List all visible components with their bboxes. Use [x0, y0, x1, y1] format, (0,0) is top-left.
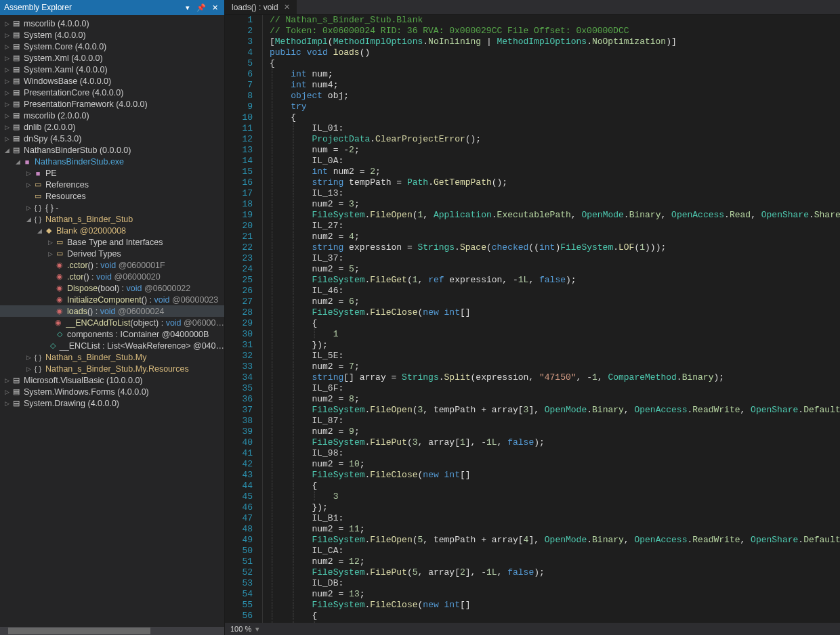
- tab-loads[interactable]: loads() : void ✕: [225, 0, 297, 14]
- assembly-icon: ▤: [11, 111, 22, 121]
- tree-item-label: dnlib (2.0.0.0): [24, 123, 75, 132]
- tree-item-label: __ENCAddToList(object) : void @06000…: [66, 318, 224, 328]
- class-icon: ◆: [43, 226, 54, 236]
- expand-arrow-icon[interactable]: ▷: [24, 181, 33, 188]
- ns-icon: { }: [33, 203, 43, 213]
- tree-item[interactable]: ▷▤Microsoft.VisualBasic (10.0.0.0): [0, 374, 224, 386]
- tree-item[interactable]: ▷▤mscorlib (2.0.0.0): [0, 110, 224, 121]
- expand-arrow-icon[interactable]: ▷: [46, 239, 54, 246]
- pin-icon[interactable]: 📌: [196, 2, 207, 13]
- assembly-icon: ▤: [11, 42, 22, 51]
- tree-item[interactable]: ▷▤System.Xml (4.0.0.0): [0, 52, 224, 64]
- assembly-icon: ▤: [11, 76, 22, 86]
- tree-item[interactable]: ◉Dispose(bool) : void @06000022: [0, 282, 224, 294]
- panel-title: Assembly Explorer: [4, 3, 180, 12]
- tree-item[interactable]: ▷▤dnlib (2.0.0.0): [0, 121, 224, 133]
- tree-item[interactable]: ◢{ }Nathan_s_Binder_Stub: [0, 213, 224, 225]
- assembly-icon: ▤: [11, 88, 22, 97]
- tree-item[interactable]: ▷{ }Nathan_s_Binder_Stub.My: [0, 351, 224, 363]
- tree-item-label: mscorlib (4.0.0.0): [24, 19, 89, 28]
- tree-item[interactable]: ▷■PE: [0, 167, 224, 179]
- tree-item[interactable]: ▷▭Base Type and Interfaces: [0, 236, 224, 248]
- tree-item-label: components : IContainer @0400000B: [67, 330, 209, 339]
- ns-icon: { }: [33, 364, 43, 374]
- ns-icon: { }: [33, 215, 43, 224]
- tree-item[interactable]: ▷▤mscorlib (4.0.0.0): [0, 18, 224, 29]
- method-icon: ◉: [54, 318, 64, 328]
- tree-item[interactable]: ◉loads() : void @06000024: [0, 305, 224, 317]
- tree-item[interactable]: ▭Resources: [0, 190, 224, 202]
- method-icon: ◉: [54, 295, 65, 305]
- tree-item[interactable]: ▷▤System.Core (4.0.0.0): [0, 41, 224, 52]
- assembly-icon: ▤: [11, 376, 22, 385]
- status-bar: 100 % ▾: [225, 623, 840, 635]
- scrollbar-horizontal[interactable]: [0, 627, 224, 635]
- close-icon[interactable]: ✕: [209, 2, 220, 13]
- field-icon: ◇: [54, 330, 65, 339]
- tree-item[interactable]: ▷▤System.Xaml (4.0.0.0): [0, 64, 224, 75]
- dropdown-icon[interactable]: ▾: [255, 625, 259, 634]
- expand-arrow-icon[interactable]: ◢: [24, 216, 33, 223]
- scrollbar-thumb[interactable]: [8, 628, 150, 634]
- tree-item[interactable]: ◢▤NathansBinderStub (0.0.0.0): [0, 144, 224, 156]
- expand-arrow-icon[interactable]: ▷: [24, 204, 33, 211]
- expand-arrow-icon[interactable]: ▷: [3, 377, 11, 384]
- expand-arrow-icon[interactable]: ▷: [3, 89, 11, 96]
- expand-arrow-icon[interactable]: ▷: [3, 43, 11, 50]
- line-number-gutter: 1234567891011121314151617181920212223242…: [225, 15, 263, 623]
- assembly-icon: ▤: [11, 123, 22, 132]
- tree-item[interactable]: ▷▤PresentationFramework (4.0.0.0): [0, 98, 224, 110]
- tree-item-label: References: [45, 180, 89, 190]
- expand-arrow-icon[interactable]: ▷: [3, 55, 11, 62]
- zoom-level[interactable]: 100 %: [230, 625, 251, 633]
- method-icon: ◉: [54, 284, 65, 293]
- expand-arrow-icon[interactable]: ▷: [24, 366, 33, 372]
- close-icon[interactable]: ✕: [284, 3, 290, 12]
- tree-item[interactable]: ◇__ENCList : List<WeakReference> @040…: [0, 340, 224, 351]
- expand-arrow-icon[interactable]: ▷: [24, 170, 33, 177]
- tree-item[interactable]: ▷▤System.Windows.Forms (4.0.0.0): [0, 386, 224, 397]
- expand-arrow-icon[interactable]: ▷: [3, 20, 11, 27]
- module-icon: ■: [33, 169, 43, 178]
- tree-item-label: Nathan_s_Binder_Stub.My: [45, 353, 146, 362]
- tree-item-label: Nathan_s_Binder_Stub: [45, 215, 133, 224]
- tree-item[interactable]: ◢■NathansBinderStub.exe: [0, 156, 224, 167]
- expand-arrow-icon[interactable]: ▷: [3, 101, 11, 108]
- expand-arrow-icon[interactable]: ▷: [3, 78, 11, 85]
- expand-arrow-icon[interactable]: ▷: [3, 135, 11, 142]
- tree-item[interactable]: ◇components : IContainer @0400000B: [0, 328, 224, 340]
- expand-arrow-icon[interactable]: ◢: [35, 227, 43, 234]
- tree-item[interactable]: ▷▤dnSpy (4.5.3.0): [0, 133, 224, 144]
- tree-item-label: .cctor() : void @0600001F: [67, 261, 165, 270]
- dropdown-icon[interactable]: ▾: [182, 2, 193, 13]
- code-content[interactable]: // Nathan_s_Binder_Stub.Blank// Token: 0…: [263, 15, 840, 623]
- tree-item[interactable]: ▷▤System.Drawing (4.0.0.0): [0, 397, 224, 409]
- expand-arrow-icon[interactable]: ▷: [3, 124, 11, 131]
- tree-item[interactable]: ◉.ctor() : void @06000020: [0, 271, 224, 282]
- tree-item[interactable]: ▷{ }{ } -: [0, 202, 224, 213]
- tree-item[interactable]: ▷▭Derived Types: [0, 248, 224, 259]
- tree-item[interactable]: ▷▤PresentationCore (4.0.0.0): [0, 87, 224, 98]
- expand-arrow-icon[interactable]: ◢: [3, 147, 11, 154]
- code-area[interactable]: 1234567891011121314151617181920212223242…: [225, 15, 840, 623]
- tree-item[interactable]: ◢◆Blank @02000008: [0, 225, 224, 236]
- tree-item[interactable]: ▷{ }Nathan_s_Binder_Stub.My.Resources: [0, 363, 224, 374]
- expand-arrow-icon[interactable]: ▷: [3, 112, 11, 119]
- expand-arrow-icon[interactable]: ▷: [24, 354, 33, 361]
- panel-header: Assembly Explorer ▾ 📌 ✕: [0, 0, 224, 15]
- expand-arrow-icon[interactable]: ▷: [3, 32, 11, 39]
- tree-item[interactable]: ◉InitializeComponent() : void @06000023: [0, 294, 224, 305]
- tree-item[interactable]: ▷▭References: [0, 179, 224, 190]
- expand-arrow-icon[interactable]: ▷: [3, 389, 11, 395]
- expand-arrow-icon[interactable]: ◢: [14, 158, 22, 165]
- tree-item[interactable]: ▷▤System (4.0.0.0): [0, 29, 224, 41]
- tree-item[interactable]: ▷▤WindowsBase (4.0.0.0): [0, 75, 224, 87]
- expand-arrow-icon[interactable]: ▷: [3, 66, 11, 73]
- tree-item[interactable]: ◉__ENCAddToList(object) : void @06000…: [0, 317, 224, 328]
- assembly-tree[interactable]: ▷▤mscorlib (4.0.0.0)▷▤System (4.0.0.0)▷▤…: [0, 15, 224, 627]
- expand-arrow-icon[interactable]: ▷: [46, 250, 54, 257]
- tree-item[interactable]: ◉.cctor() : void @0600001F: [0, 259, 224, 271]
- expand-arrow-icon[interactable]: ▷: [3, 400, 11, 407]
- assembly-icon: ▤: [11, 146, 22, 155]
- module-icon: ■: [22, 157, 33, 167]
